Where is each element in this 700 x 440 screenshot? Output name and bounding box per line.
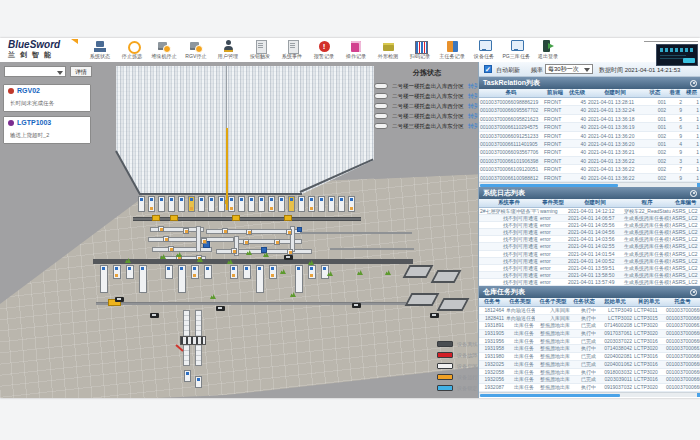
- column-header[interactable]: 优先级: [568, 89, 586, 96]
- toolbar-item[interactable]: 堆垛机停止: [148, 39, 180, 62]
- table-cell: LCTP3016: [633, 361, 665, 368]
- column-header[interactable]: 任务子类型: [537, 298, 569, 305]
- table-row[interactable]: 1812464单向输送任务入库回库执行中LCTP3049LCTP40110010…: [479, 307, 700, 315]
- table-row[interactable]: 001003700066091251233FRONT402021-04-01 1…: [479, 132, 700, 140]
- sorting-status-panel: 分拣状态 二号楼一楼托盘出入库西分区转到二号楼一楼托盘出入库东分区转到二号楼二楼…: [372, 68, 478, 132]
- column-header[interactable]: 起始单元: [599, 298, 631, 305]
- column-header[interactable]: 状态: [644, 89, 666, 96]
- column-header[interactable]: 前后端: [544, 89, 566, 96]
- table-row[interactable]: 001003700066098886219FRONT452021-04-01 1…: [479, 98, 700, 106]
- legend-color-chip: [437, 341, 453, 347]
- toolbar-item[interactable]: 设备任务: [468, 39, 500, 62]
- table-row[interactable]: 1931956出库任务整拖原地出库已完成0203037022LCTP301600…: [479, 338, 700, 346]
- device-select[interactable]: [4, 66, 66, 77]
- toolbar-item[interactable]: 按钮触发: [244, 39, 276, 62]
- column-header[interactable]: 创建时间: [570, 199, 620, 206]
- table-row[interactable]: 1932087出库任务整拖原地出库执行中0919037032LCTP302000…: [479, 384, 700, 392]
- goto-link[interactable]: 转到: [468, 102, 478, 111]
- column-header[interactable]: 创建时间: [590, 89, 640, 96]
- table-row[interactable]: 找不到可用通道error2021-04-01 14:04:56生成系统跨库任务模…: [479, 229, 700, 236]
- goto-link[interactable]: 转到: [468, 122, 478, 131]
- table-row[interactable]: 1828411单向输送任务入库回库执行中LCTP3002LCTP30150010…: [479, 315, 700, 323]
- table-row[interactable]: 001003700066101906398FRONT402021-04-01 1…: [479, 157, 700, 165]
- table-cell: 执行中: [571, 307, 597, 314]
- table-row[interactable]: 找不到可用通道error2021-04-01 14:05:56生成系统跨库任务模…: [479, 222, 700, 229]
- toolbar-item[interactable]: 报警记录: [308, 39, 340, 62]
- alert-card[interactable]: LGTP1003输送上货超时_2: [3, 116, 91, 144]
- table-gear-icon[interactable]: [690, 289, 697, 296]
- alert-card[interactable]: RGV02长时间未完成任务: [3, 84, 91, 112]
- table-row[interactable]: 找不到可用通道error2021-04-01 14:02:55生成系统跨库任务模…: [479, 243, 700, 250]
- toolbar-item[interactable]: 操作记录: [340, 39, 372, 62]
- column-header[interactable]: 系统事件: [482, 199, 536, 206]
- table-row[interactable]: 1932025出库任务整拖原地出库已完成0204001062LCTP301600…: [479, 361, 700, 369]
- toolbar-item[interactable]: RGV停止: [180, 39, 212, 62]
- toolbar-item[interactable]: PG三库任务: [500, 39, 532, 62]
- column-header[interactable]: 仓库编号: [672, 199, 698, 206]
- column-header[interactable]: 托盘号: [667, 298, 699, 305]
- table-row[interactable]: 1931891出库任务整拖原地出库已完成0714600208LCTP302000…: [479, 322, 700, 330]
- table-row[interactable]: 找不到可用通道error2021-04-01 13:58:50生成系统跨库任务模…: [479, 272, 700, 279]
- table-row[interactable]: 1932056出库任务整拖原地出库已完成0203039011LCTP301600…: [479, 376, 700, 384]
- toolbar-item[interactable]: 主任务记录: [436, 39, 468, 62]
- column-header[interactable]: 事件类型: [540, 199, 565, 206]
- column-header[interactable]: 任务类型: [507, 298, 534, 305]
- table-gear-icon[interactable]: [690, 190, 697, 197]
- toolbar-item[interactable]: 系统事件: [276, 39, 308, 62]
- table-row[interactable]: 1932058出库任务整拖原地出库执行中0918003032LCTP302000…: [479, 369, 700, 377]
- table-row[interactable]: 找不到可用通道error2021-04-01 14:00:52生成系统跨库任务模…: [479, 258, 700, 265]
- table-row[interactable]: 001003700066111401905FRONT402021-04-01 1…: [479, 140, 700, 148]
- goto-link[interactable]: 转到: [468, 112, 478, 121]
- table-cell: error: [539, 265, 567, 271]
- table-row[interactable]: 找不到可用通道error2021-04-01 13:59:51生成系统跨库任务模…: [479, 265, 700, 272]
- warehouse-3d-viewport[interactable]: 分拣状态 二号楼一楼托盘出入库西分区转到二号楼一楼托盘出入库东分区转到二号楼二楼…: [0, 62, 478, 398]
- mini-status-button[interactable]: [683, 58, 695, 63]
- table-row[interactable]: 找不到可用通道error2021-04-01 14:01:54生成系统跨库任务模…: [479, 251, 700, 258]
- table-cell: 1: [683, 140, 700, 147]
- column-header[interactable]: 条码: [482, 89, 540, 96]
- toolbar-item[interactable]: 用户管理: [212, 39, 244, 62]
- column-header[interactable]: 程序: [625, 199, 668, 206]
- toolbar-item[interactable]: 退出登录: [532, 39, 564, 62]
- table-row[interactable]: 001003700066093567706FRONT402021-04-01 1…: [479, 148, 700, 156]
- table-row[interactable]: 找不到可用通道error2021-04-01 13:57:49生成系统跨库任务模…: [479, 279, 700, 286]
- detail-button[interactable]: 详情: [70, 66, 92, 77]
- table-row[interactable]: 2#七层穿梭车缓冲链条'平'读失败warning2021-04-01 14:12…: [479, 208, 700, 215]
- zone-toggle[interactable]: [374, 113, 388, 119]
- column-header[interactable]: 任务号: [480, 298, 503, 305]
- table-row[interactable]: 001003700066095567702FRONT402021-04-01 1…: [479, 106, 700, 114]
- table-row[interactable]: 1931905出库任务整拖原地出库执行中0917037061LCTP302000…: [479, 330, 700, 338]
- freq-select[interactable]: 每30秒一次: [545, 64, 593, 74]
- table-row[interactable]: 1931980出库任务整拖原地出库已完成0204002081LCTP301600…: [479, 353, 700, 361]
- column-header[interactable]: 楼层: [684, 89, 699, 96]
- table-row[interactable]: 001003700066109120051FRONT402021-04-01 1…: [479, 165, 700, 173]
- horizontal-scrollbar[interactable]: [479, 392, 700, 397]
- toolbar-item[interactable]: 系统状态: [84, 39, 116, 62]
- goto-link[interactable]: 转到: [468, 92, 478, 101]
- table-row[interactable]: 001003700066110294575FRONT402021-04-01 1…: [479, 123, 700, 131]
- toolbar-item[interactable]: 外形检测: [372, 39, 404, 62]
- auto-refresh-checkbox[interactable]: ✓: [484, 65, 492, 73]
- table-row[interactable]: 001003700066100988812FRONT402021-04-01 1…: [479, 174, 700, 182]
- column-header[interactable]: 任务状态: [572, 298, 595, 305]
- op-icon: [349, 40, 363, 53]
- zone-toggle[interactable]: [374, 123, 388, 129]
- table-cell: 001003700066095821623: [479, 115, 543, 122]
- column-header[interactable]: 目的单元: [635, 298, 664, 305]
- toolbar-item[interactable]: 扫码记录: [404, 39, 436, 62]
- mini-status-panel[interactable]: [656, 44, 698, 66]
- table-cell: 002: [643, 157, 667, 164]
- zone-toggle[interactable]: [374, 93, 388, 99]
- table-row[interactable]: 1931958出库任务整拖原地出库执行中0714038042LCTP302000…: [479, 345, 700, 353]
- table-row[interactable]: 找不到可用通道error2021-04-01 14:06:57生成系统跨库任务模…: [479, 215, 700, 222]
- table-cell: 出库任务: [505, 384, 535, 391]
- zone-toggle[interactable]: [374, 83, 388, 89]
- table-row[interactable]: 001003700066095821623FRONT402021-04-01 1…: [479, 115, 700, 123]
- column-header[interactable]: 巷道: [668, 89, 682, 96]
- table-gear-icon[interactable]: [690, 80, 697, 87]
- zone-toggle[interactable]: [374, 103, 388, 109]
- legend-row: 设备空闲: [437, 362, 478, 373]
- toolbar-item[interactable]: 停止拣选: [116, 39, 148, 62]
- goto-link[interactable]: 转到: [468, 82, 478, 91]
- table-row[interactable]: 找不到可用通道error2021-04-01 14:03:56生成系统跨库任务模…: [479, 236, 700, 243]
